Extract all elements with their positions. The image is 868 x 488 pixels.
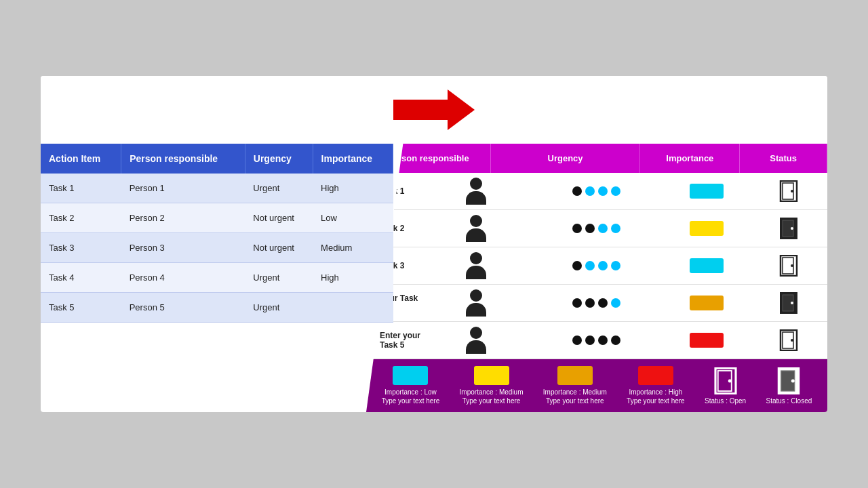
- dot-black: [572, 224, 582, 233]
- svg-point-18: [728, 379, 731, 382]
- after-table-row: Task 3: [366, 247, 827, 285]
- after-cell-importance: [663, 221, 751, 236]
- after-table-row: Task 1: [366, 173, 827, 210]
- before-cell-action: Task 3: [41, 233, 121, 263]
- after-table-row: Enter your Task 5: [366, 322, 827, 359]
- before-cell-importance: High: [313, 174, 393, 203]
- col-importance: Importance: [313, 144, 393, 174]
- before-cell-person: Person 1: [121, 174, 245, 203]
- col-person-responsible: Person responsible: [121, 144, 245, 174]
- svg-point-9: [791, 264, 793, 267]
- after-cell-importance: [663, 184, 751, 199]
- before-cell-action: Task 5: [41, 293, 121, 323]
- legend-item-color-2: Importance : Medium Type your text here: [543, 366, 607, 405]
- svg-marker-0: [393, 89, 475, 130]
- legend-bar: Importance : Low Type your text here Imp…: [366, 359, 827, 412]
- legend-color-rect: [474, 366, 509, 385]
- legend-color-rect: [557, 366, 593, 385]
- dot-cyan: [611, 186, 620, 196]
- dot-cyan: [611, 298, 620, 308]
- before-cell-person: Person 3: [121, 233, 245, 263]
- after-col-importance: Importance: [640, 144, 740, 173]
- after-table-header: Person responsible Urgency Importance St…: [366, 144, 827, 173]
- after-cell-urgency: [531, 261, 663, 270]
- importance-rect: [690, 184, 724, 199]
- before-cell-importance: Low: [313, 203, 393, 233]
- after-cell-status: [751, 218, 827, 239]
- svg-point-6: [791, 227, 793, 230]
- dot-black: [611, 336, 620, 345]
- legend-door-closed-icon: [776, 367, 801, 394]
- dot-cyan: [598, 261, 608, 270]
- before-table-header: Action Item Person responsible Urgency I…: [41, 144, 393, 174]
- after-cell-person: [421, 252, 531, 279]
- door-closed-icon: [779, 218, 798, 239]
- before-cell-action: Task 4: [41, 263, 121, 293]
- right-arrow-icon: [393, 89, 475, 130]
- before-cell-action: Task 2: [41, 203, 121, 233]
- person-icon: [466, 178, 486, 205]
- dot-black: [572, 261, 582, 270]
- after-table-row: Your Task 4: [366, 285, 827, 322]
- legend-door-open-icon: [713, 367, 738, 394]
- svg-point-12: [791, 302, 793, 304]
- after-rows: Task 1 Task 2 Task 3 Your Task 4: [366, 173, 827, 359]
- door-open-icon: [779, 255, 798, 277]
- after-cell-status: [751, 292, 827, 314]
- main-container: Action Item Person responsible Urgency I…: [41, 76, 827, 412]
- dot-black: [598, 298, 608, 308]
- before-table: Action Item Person responsible Urgency I…: [41, 144, 393, 323]
- legend-open-text: Status : Open: [705, 397, 746, 405]
- after-cell-importance: [663, 333, 751, 348]
- after-cell-person: [421, 215, 531, 242]
- col-action-item: Action Item: [41, 144, 121, 174]
- before-cell-person: Person 5: [121, 293, 245, 323]
- after-cell-person: [421, 289, 531, 317]
- dot-black: [572, 298, 582, 308]
- after-cell-urgency: [531, 224, 663, 233]
- col-urgency: Urgency: [245, 144, 313, 174]
- dot-cyan: [611, 224, 620, 233]
- dot-black: [572, 336, 582, 345]
- before-cell-importance: Medium: [313, 233, 393, 263]
- header-row: [41, 76, 827, 144]
- importance-rect: [690, 258, 724, 273]
- before-cell-action: Task 1: [41, 174, 121, 203]
- importance-rect: [690, 333, 724, 348]
- before-table-row: Task 2Person 2Not urgentLow: [41, 203, 393, 233]
- dot-cyan: [598, 186, 608, 196]
- dot-cyan: [585, 261, 595, 270]
- legend-color-rect: [393, 366, 428, 385]
- before-cell-urgency: Urgent: [245, 174, 313, 203]
- dot-cyan: [585, 186, 595, 196]
- arrow-container: [393, 89, 475, 130]
- legend-text: Importance : Medium Type your text here: [460, 388, 524, 405]
- svg-point-21: [791, 379, 795, 382]
- before-cell-importance: [313, 293, 393, 323]
- person-icon: [466, 215, 486, 242]
- svg-point-3: [791, 190, 793, 192]
- before-table-row: Task 4Person 4UrgentHigh: [41, 263, 393, 293]
- importance-rect: [690, 296, 724, 310]
- after-cell-importance: [663, 296, 751, 310]
- legend-text: Importance : Medium Type your text here: [543, 388, 607, 405]
- dot-cyan: [598, 224, 608, 233]
- before-cell-urgency: Not urgent: [245, 233, 313, 263]
- after-cell-urgency: [531, 336, 663, 345]
- dot-black: [585, 298, 595, 308]
- before-cell-person: Person 4: [121, 263, 245, 293]
- legend-item-status-closed: Status : Closed: [766, 367, 812, 405]
- after-cell-person: [421, 327, 531, 354]
- after-col-urgency: Urgency: [491, 144, 641, 173]
- after-cell-status: [751, 255, 827, 277]
- after-cell-importance: [663, 258, 751, 273]
- content-area: Action Item Person responsible Urgency I…: [41, 144, 827, 412]
- before-table-row: Task 1Person 1UrgentHigh: [41, 174, 393, 203]
- legend-text: Importance : High Type your text here: [627, 388, 685, 405]
- door-closed-icon: [779, 292, 798, 314]
- dot-black: [598, 336, 608, 345]
- after-cell-status: [751, 180, 827, 202]
- before-panel: Action Item Person responsible Urgency I…: [41, 144, 393, 412]
- dot-cyan: [611, 261, 620, 270]
- dot-black: [585, 336, 595, 345]
